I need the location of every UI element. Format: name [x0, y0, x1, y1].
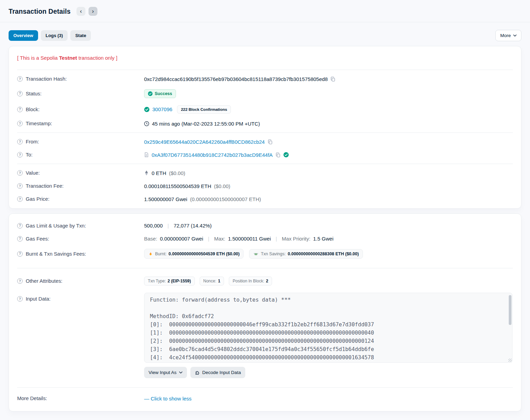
page-header: Transaction Details ‹ ›	[9, 0, 521, 16]
puzzle-icon	[195, 370, 200, 375]
gas-price-label: Gas Price:	[26, 196, 49, 202]
transaction-summary-card: [ This is a Sepolia Testnet transaction …	[9, 46, 521, 209]
status-label: Status:	[26, 91, 42, 96]
decode-input-data-button[interactable]: Decode Input Data	[190, 367, 246, 378]
help-icon[interactable]: ?	[17, 236, 23, 242]
from-label: From:	[26, 139, 39, 144]
more-dropdown-button[interactable]: More	[495, 30, 521, 41]
tab-logs[interactable]: Logs (3)	[41, 30, 68, 41]
max-priority-fee-label: Max Priority:	[282, 236, 310, 242]
help-icon[interactable]: ?	[17, 139, 23, 144]
txn-savings-badge: Txn Savings: 0.000000000000288308 ETH ($…	[249, 249, 363, 259]
value-usd: ($0.00)	[169, 170, 186, 176]
check-circle-icon	[148, 91, 153, 96]
transaction-details-page: Transaction Details ‹ › Overview Logs (3…	[0, 0, 530, 411]
more-details-row: More Details: — Click to show less	[17, 390, 513, 408]
help-icon[interactable]: ?	[17, 107, 23, 112]
tab-bar: Overview Logs (3) State More	[9, 30, 521, 41]
help-icon[interactable]: ?	[17, 223, 23, 229]
testnet-notice: [ This is a Sepolia Testnet transaction …	[17, 49, 513, 67]
input-data-textarea[interactable]: Function: forward(address to,bytes data)…	[144, 293, 513, 363]
other-attributes-row: ? Other Attributes: Txn Type: 2 (EIP-155…	[17, 273, 513, 289]
help-icon[interactable]: ?	[17, 76, 23, 82]
divider	[17, 268, 513, 268]
value-label: Value:	[26, 170, 40, 176]
resize-handle-icon[interactable]	[508, 359, 512, 362]
help-icon[interactable]: ?	[17, 196, 23, 202]
tab-overview[interactable]: Overview	[9, 30, 38, 41]
input-data-scrollbar[interactable]	[508, 294, 511, 362]
clock-icon	[144, 121, 149, 126]
max-priority-fee-value: 1.5 Gwei	[313, 236, 333, 242]
next-transaction-button[interactable]: ›	[89, 7, 97, 16]
help-icon[interactable]: ?	[17, 183, 23, 189]
transaction-hash-label: Transaction Hash:	[26, 76, 67, 82]
chevron-down-icon	[179, 371, 182, 374]
help-icon[interactable]: ?	[17, 121, 23, 126]
gas-usage-value: 72,077 (14.42%)	[174, 223, 212, 229]
help-icon[interactable]: ?	[17, 278, 23, 284]
chevron-down-icon	[513, 34, 517, 37]
copy-icon[interactable]	[275, 152, 281, 158]
tab-state[interactable]: State	[70, 30, 91, 41]
help-icon[interactable]: ?	[17, 296, 23, 302]
ethereum-icon	[144, 170, 149, 176]
gas-limit-row: ? Gas Limit & Usage by Txn: 500,000 | 72…	[17, 217, 513, 232]
from-row: ? From: 0x259c49E65644a020C2A642260a4ffB…	[17, 135, 513, 148]
transaction-hash-row: ? Transaction Hash: 0xc72d984ccac6190b5f…	[17, 72, 513, 85]
max-fee-label: Max:	[214, 236, 225, 242]
help-icon[interactable]: ?	[17, 91, 23, 96]
nonce-badge: Nonce: 1	[200, 277, 224, 285]
input-data-label: Input Data:	[26, 296, 50, 302]
from-address-link[interactable]: 0x259c49E65644a020C2A642260a4ffB0CD862cb…	[144, 139, 265, 145]
input-data-row: ? Input Data: Function: forward(address …	[17, 289, 513, 382]
base-fee-label: Base:	[144, 236, 157, 242]
block-confirmations-badge: 222 Block Confirmations	[177, 105, 231, 114]
copy-icon[interactable]	[330, 77, 335, 82]
money-wings-icon	[253, 252, 259, 256]
help-icon[interactable]: ?	[17, 251, 23, 257]
base-fee-value: 0.000000007 Gwei	[160, 236, 203, 242]
divider	[17, 132, 513, 133]
divider	[17, 387, 513, 388]
show-less-link[interactable]: — Click to show less	[144, 396, 191, 401]
value-eth: 0 ETH	[152, 170, 166, 176]
gas-fees-label: Gas Fees:	[26, 236, 49, 242]
block-row: ? Block: 3007096 222 Block Confirmations	[17, 102, 513, 117]
help-icon[interactable]: ?	[17, 170, 23, 176]
transaction-detail-card: ? Gas Limit & Usage by Txn: 500,000 | 72…	[9, 213, 521, 411]
scrollbar-thumb[interactable]	[509, 295, 511, 325]
burnt-savings-label: Burnt & Txn Savings Fees:	[26, 251, 86, 257]
divider	[17, 164, 513, 164]
value-row: ? Value: 0 ETH ($0.00)	[17, 166, 513, 179]
flame-icon	[148, 251, 153, 256]
input-data-actions: View Input As Decode Input Data	[144, 367, 513, 378]
view-input-as-button[interactable]: View Input As	[144, 367, 187, 378]
transaction-fee-label: Transaction Fee:	[26, 183, 63, 189]
gas-limit-label: Gas Limit & Usage by Txn:	[26, 223, 86, 229]
other-attributes-label: Other Attributes:	[26, 278, 62, 284]
gas-price-eth: (0.000000001500000007 ETH)	[190, 196, 261, 202]
verified-check-icon	[283, 152, 289, 158]
more-details-label: More Details:	[17, 396, 47, 401]
to-address-link[interactable]: 0xA3f07D6773514480b918C2742b027b3acD9E44…	[152, 152, 273, 158]
gas-fees-row: ? Gas Fees: Base: 0.000000007 Gwei | Max…	[17, 232, 513, 245]
transaction-fee-row: ? Transaction Fee: 0.000108115500504539 …	[17, 179, 513, 192]
timestamp-value: 45 mins ago (Mar-02-2023 12:55:00 PM +UT…	[152, 121, 260, 127]
transaction-fee-eth: 0.000108115500504539 ETH	[144, 183, 211, 189]
status-row: ? Status: Success	[17, 85, 513, 102]
contract-icon	[144, 152, 149, 158]
check-circle-icon	[144, 107, 150, 112]
timestamp-label: Timestamp:	[26, 121, 52, 126]
copy-icon[interactable]	[268, 139, 273, 144]
to-label: To:	[26, 152, 33, 158]
to-row: ? To: 0xA3f07D6773514480b918C2742b027b3a…	[17, 148, 513, 161]
page-title: Transaction Details	[9, 8, 71, 15]
max-fee-value: 1.500000011 Gwei	[228, 236, 271, 242]
gas-limit-value: 500,000	[144, 223, 163, 229]
previous-transaction-button[interactable]: ‹	[76, 7, 85, 16]
input-data-container: Function: forward(address to,bytes data)…	[144, 293, 513, 363]
help-icon[interactable]: ?	[17, 152, 23, 158]
more-dropdown-label: More	[500, 33, 511, 38]
block-number-link[interactable]: 3007096	[152, 106, 172, 112]
